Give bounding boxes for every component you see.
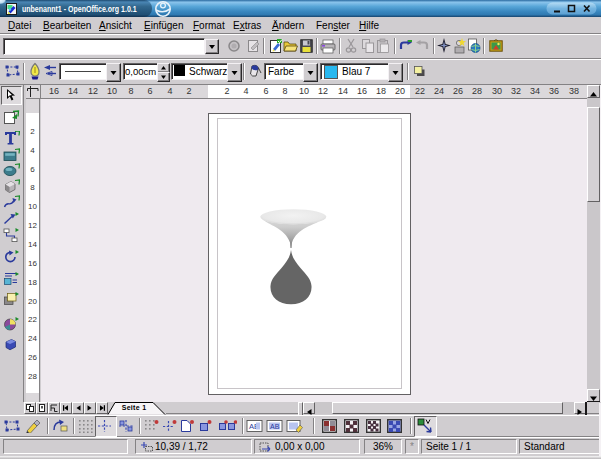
svg-text:AB: AB [270,423,280,430]
